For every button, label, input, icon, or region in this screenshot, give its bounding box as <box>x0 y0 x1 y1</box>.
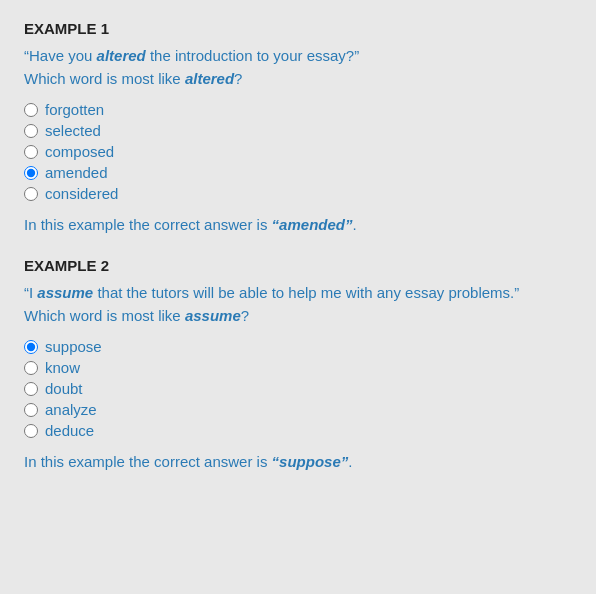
list-item: analyze <box>24 401 572 418</box>
answer2-suffix: . <box>348 453 352 470</box>
radio-doubt[interactable] <box>24 382 38 396</box>
radio-amended[interactable] <box>24 166 38 180</box>
option-label-forgotten[interactable]: forgotten <box>45 101 104 118</box>
answer2-prefix: In this example the correct answer is <box>24 453 272 470</box>
list-item: know <box>24 359 572 376</box>
sentence2-suffix: that the tutors will be able to help me … <box>93 284 519 301</box>
example-1-which-word: Which word is most like altered? <box>24 70 572 87</box>
which-suffix: ? <box>234 70 242 87</box>
sentence-prefix: “Have you <box>24 47 97 64</box>
radio-composed[interactable] <box>24 145 38 159</box>
which2-prefix: Which word is most like <box>24 307 185 324</box>
option-label-doubt[interactable]: doubt <box>45 380 83 397</box>
radio-know[interactable] <box>24 361 38 375</box>
example-2-answer: In this example the correct answer is “s… <box>24 453 572 470</box>
example-2-which-word: Which word is most like assume? <box>24 307 572 324</box>
list-item: selected <box>24 122 572 139</box>
example-2-title: EXAMPLE 2 <box>24 257 572 274</box>
radio-deduce[interactable] <box>24 424 38 438</box>
radio-selected[interactable] <box>24 124 38 138</box>
list-item: doubt <box>24 380 572 397</box>
sentence-bold-word: altered <box>97 47 146 64</box>
option-label-selected[interactable]: selected <box>45 122 101 139</box>
radio-considered[interactable] <box>24 187 38 201</box>
example-1-sentence: “Have you altered the introduction to yo… <box>24 47 572 64</box>
option-label-amended[interactable]: amended <box>45 164 108 181</box>
option-label-suppose[interactable]: suppose <box>45 338 102 355</box>
sentence2-bold-word: assume <box>37 284 93 301</box>
example-1-options: forgotten selected composed amended cons… <box>24 101 572 202</box>
option-label-considered[interactable]: considered <box>45 185 118 202</box>
example-1-block: EXAMPLE 1 “Have you altered the introduc… <box>24 20 572 233</box>
sentence-suffix: the introduction to your essay?” <box>146 47 359 64</box>
radio-analyze[interactable] <box>24 403 38 417</box>
answer-bold: “amended” <box>272 216 353 233</box>
list-item: amended <box>24 164 572 181</box>
answer-suffix: . <box>352 216 356 233</box>
example-2-sentence: “I assume that the tutors will be able t… <box>24 284 572 301</box>
list-item: forgotten <box>24 101 572 118</box>
list-item: considered <box>24 185 572 202</box>
answer2-bold: “suppose” <box>272 453 349 470</box>
answer-prefix: In this example the correct answer is <box>24 216 272 233</box>
option-label-know[interactable]: know <box>45 359 80 376</box>
option-label-analyze[interactable]: analyze <box>45 401 97 418</box>
example-2-block: EXAMPLE 2 “I assume that the tutors will… <box>24 257 572 470</box>
list-item: composed <box>24 143 572 160</box>
sentence2-prefix: “I <box>24 284 37 301</box>
which2-suffix: ? <box>241 307 249 324</box>
example-2-options: suppose know doubt analyze deduce <box>24 338 572 439</box>
which-prefix: Which word is most like <box>24 70 185 87</box>
list-item: deduce <box>24 422 572 439</box>
which-bold-word: altered <box>185 70 234 87</box>
radio-forgotten[interactable] <box>24 103 38 117</box>
which2-bold-word: assume <box>185 307 241 324</box>
list-item: suppose <box>24 338 572 355</box>
option-label-deduce[interactable]: deduce <box>45 422 94 439</box>
example-1-title: EXAMPLE 1 <box>24 20 572 37</box>
example-1-answer: In this example the correct answer is “a… <box>24 216 572 233</box>
option-label-composed[interactable]: composed <box>45 143 114 160</box>
radio-suppose[interactable] <box>24 340 38 354</box>
